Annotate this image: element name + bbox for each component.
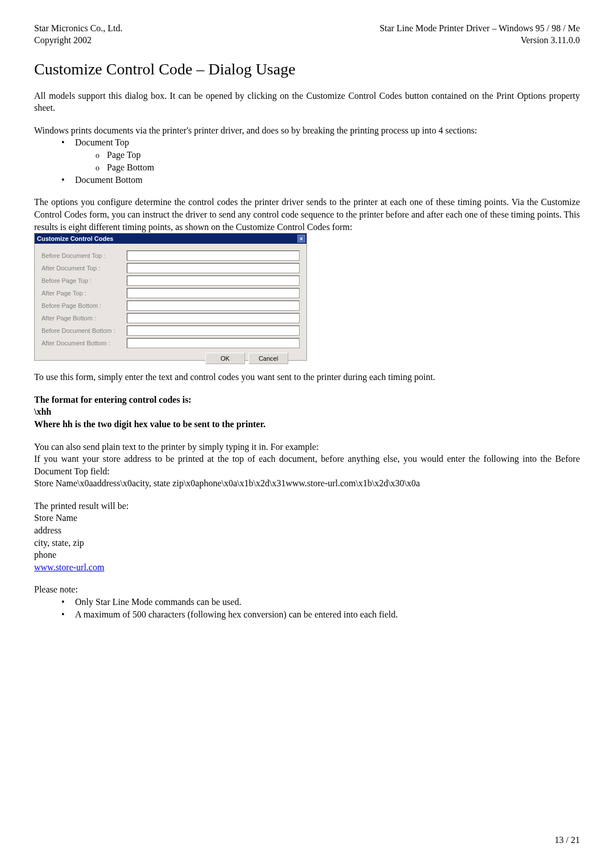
list-item: Document Top Page Top Page Bottom: [61, 136, 580, 173]
dialog-row: After Page Bottom :: [42, 313, 300, 323]
result-line: phone: [34, 549, 580, 561]
page-header: Star Micronics Co., Ltd. Copyright 2002 …: [34, 23, 580, 47]
result-heading: The printed result will be:: [34, 500, 580, 512]
dialog-title: Customize Control Codes: [37, 235, 113, 242]
result-line: Store Name: [34, 512, 580, 524]
result-url-link[interactable]: www.store-url.com: [34, 561, 580, 574]
sub-list-item: Page Bottom: [96, 161, 580, 174]
dialog-row: After Document Bottom :: [42, 338, 300, 348]
company-name: Star Micronics Co., Ltd.: [34, 23, 123, 35]
example-description: If you want your store address to be pri…: [34, 453, 580, 477]
dialog-row: After Document Top :: [42, 263, 300, 273]
note-item: Only Star Line Mode commands can be used…: [61, 596, 580, 608]
header-right: Star Line Mode Printer Driver – Windows …: [380, 23, 580, 47]
page-title: Customize Control Code – Dialog Usage: [34, 60, 580, 78]
input-before-page-bottom[interactable]: [127, 301, 300, 311]
notes-list: Only Star Line Mode commands can be used…: [61, 596, 580, 620]
dialog-row: Before Document Top :: [42, 251, 300, 261]
dialog-titlebar: Customize Control Codes ×: [35, 233, 306, 244]
dialog-body: Before Document Top : After Document Top…: [35, 244, 306, 371]
label-before-page-top: Before Page Top :: [42, 277, 127, 284]
sub-list-item: Page Top: [96, 149, 580, 161]
input-after-page-top[interactable]: [127, 288, 300, 298]
result-line: city, state, zip: [34, 537, 580, 549]
paragraph-intro: All models support this dialog box. It c…: [34, 90, 580, 114]
page-number: 13 / 21: [555, 835, 580, 845]
cancel-button[interactable]: Cancel: [248, 353, 288, 364]
paragraph-usage: To use this form, simply enter the text …: [34, 371, 580, 383]
label-after-doc-top: After Document Top :: [42, 265, 127, 272]
please-note-heading: Please note:: [34, 583, 580, 596]
paragraph-sections: Windows prints documents via the printer…: [34, 124, 580, 137]
format-heading: The format for entering control codes is…: [34, 394, 580, 406]
note-item: A maximum of 500 characters (following h…: [61, 608, 580, 621]
dialog-row: Before Page Bottom :: [42, 301, 300, 311]
input-after-doc-bottom[interactable]: [127, 338, 300, 348]
paragraph-options: The options you configure determine the …: [34, 196, 580, 233]
product-name: Star Line Mode Printer Driver – Windows …: [380, 23, 580, 35]
format-block: The format for entering control codes is…: [34, 394, 580, 431]
label-after-doc-bottom: After Document Bottom :: [42, 340, 127, 347]
sections-list: Document Top Page Top Page Bottom Docume…: [61, 136, 580, 186]
input-before-page-top[interactable]: [127, 276, 300, 286]
format-where: Where hh is the two digit hex value to b…: [34, 418, 580, 431]
dialog-row: Before Document Bottom :: [42, 326, 300, 336]
input-after-page-bottom[interactable]: [127, 313, 300, 323]
list-label: Document Top: [75, 137, 129, 147]
input-before-doc-top[interactable]: [127, 251, 300, 261]
dialog-buttons: OK Cancel: [42, 353, 300, 364]
label-before-doc-bottom: Before Document Bottom :: [42, 327, 127, 334]
label-before-page-bottom: Before Page Bottom :: [42, 302, 127, 309]
copyright: Copyright 2002: [34, 35, 123, 47]
input-before-doc-bottom[interactable]: [127, 326, 300, 336]
close-icon[interactable]: ×: [297, 235, 305, 243]
result-line: address: [34, 524, 580, 537]
label-after-page-bottom: After Page Bottom :: [42, 315, 127, 322]
label-before-doc-top: Before Document Top :: [42, 252, 127, 259]
notes-block: Please note: Only Star Line Mode command…: [34, 583, 580, 620]
version: Version 3.11.0.0: [380, 35, 580, 47]
example-block: You can also send plain text to the prin…: [34, 441, 580, 490]
label-after-page-top: After Page Top :: [42, 290, 127, 297]
example-input: Store Name\x0aaddress\x0acity, state zip…: [34, 477, 580, 490]
dialog-row: After Page Top :: [42, 288, 300, 298]
input-after-doc-top[interactable]: [127, 263, 300, 273]
customize-control-codes-dialog: Customize Control Codes × Before Documen…: [34, 233, 307, 361]
format-code: \xhh: [34, 406, 580, 418]
sub-list: Page Top Page Bottom: [96, 149, 580, 174]
example-intro: You can also send plain text to the prin…: [34, 441, 580, 453]
header-left: Star Micronics Co., Ltd. Copyright 2002: [34, 23, 123, 47]
list-item: Document Bottom: [61, 174, 580, 186]
result-block: The printed result will be: Store Name a…: [34, 500, 580, 574]
dialog-row: Before Page Top :: [42, 276, 300, 286]
ok-button[interactable]: OK: [205, 353, 245, 364]
